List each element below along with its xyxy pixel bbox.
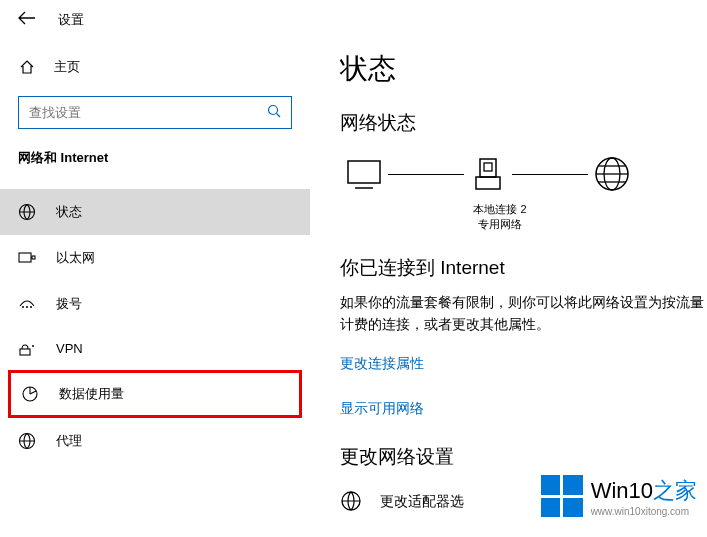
vpn-icon bbox=[18, 342, 36, 356]
nav-label: 以太网 bbox=[56, 249, 95, 267]
nav-label: 状态 bbox=[56, 203, 82, 221]
watermark-brand: Win10之家 bbox=[591, 476, 697, 506]
globe-icon bbox=[592, 154, 632, 194]
nav-list: 状态 以太网 拨号 VPN bbox=[0, 189, 310, 464]
home-link[interactable]: 主页 bbox=[0, 48, 310, 86]
back-button[interactable] bbox=[18, 11, 36, 29]
connection-line bbox=[512, 174, 588, 175]
network-status-title: 网络状态 bbox=[340, 110, 707, 136]
svg-point-10 bbox=[32, 345, 34, 347]
nav-item-vpn[interactable]: VPN bbox=[0, 327, 310, 370]
svg-rect-15 bbox=[480, 159, 496, 177]
search-input[interactable] bbox=[29, 105, 243, 120]
data-usage-icon bbox=[21, 385, 39, 403]
connection-name: 本地连接 2 bbox=[450, 202, 550, 217]
connected-text: 如果你的流量套餐有限制，则你可以将此网络设置为按流量计费的连接，或者更改其他属性… bbox=[340, 291, 707, 336]
svg-point-7 bbox=[26, 306, 28, 308]
svg-rect-13 bbox=[348, 161, 380, 183]
adapter-icon bbox=[340, 490, 362, 515]
home-label: 主页 bbox=[54, 58, 80, 76]
windows-logo-icon bbox=[541, 475, 583, 517]
adapter-label: 更改适配器选 bbox=[380, 493, 464, 511]
svg-line-1 bbox=[277, 114, 281, 118]
proxy-icon bbox=[18, 432, 36, 450]
search-icon bbox=[267, 104, 281, 121]
sidebar: 主页 网络和 Internet 状态 以太网 bbox=[0, 40, 310, 537]
connection-line bbox=[388, 174, 464, 175]
change-network-settings-title: 更改网络设置 bbox=[340, 444, 707, 470]
nav-item-dialup[interactable]: 拨号 bbox=[0, 281, 310, 327]
svg-rect-3 bbox=[19, 253, 31, 262]
svg-rect-17 bbox=[476, 177, 500, 189]
nav-item-data-usage[interactable]: 数据使用量 bbox=[11, 373, 299, 415]
svg-rect-9 bbox=[20, 349, 30, 355]
connection-type: 专用网络 bbox=[450, 217, 550, 232]
svg-point-8 bbox=[30, 306, 32, 308]
watermark: Win10之家 www.win10xitong.com bbox=[541, 475, 697, 517]
svg-point-0 bbox=[269, 106, 278, 115]
router-icon bbox=[468, 154, 508, 194]
home-icon bbox=[18, 59, 36, 75]
watermark-url: www.win10xitong.com bbox=[591, 506, 697, 517]
nav-item-proxy[interactable]: 代理 bbox=[0, 418, 310, 464]
ethernet-icon bbox=[18, 251, 36, 265]
highlight-box: 数据使用量 bbox=[8, 370, 302, 418]
computer-icon bbox=[344, 154, 384, 194]
nav-label: 拨号 bbox=[56, 295, 82, 313]
nav-label: 数据使用量 bbox=[59, 385, 124, 403]
dialup-icon bbox=[18, 298, 36, 310]
connected-heading: 你已连接到 Internet bbox=[340, 255, 707, 281]
nav-item-ethernet[interactable]: 以太网 bbox=[0, 235, 310, 281]
connection-caption: 本地连接 2 专用网络 bbox=[450, 202, 550, 233]
network-diagram bbox=[344, 154, 707, 194]
status-icon bbox=[18, 203, 36, 221]
nav-label: VPN bbox=[56, 341, 83, 356]
nav-item-status[interactable]: 状态 bbox=[0, 189, 310, 235]
svg-rect-4 bbox=[32, 256, 35, 259]
svg-rect-16 bbox=[484, 163, 492, 171]
change-connection-properties-link[interactable]: 更改连接属性 bbox=[340, 355, 424, 373]
nav-label: 代理 bbox=[56, 432, 82, 450]
category-heading: 网络和 Internet bbox=[0, 129, 310, 175]
svg-point-6 bbox=[22, 306, 24, 308]
main-content: 状态 网络状态 本地连接 2 专用网络 你已连接到 Internet 如果你的流… bbox=[310, 40, 707, 537]
show-available-networks-link[interactable]: 显示可用网络 bbox=[340, 400, 424, 418]
window-title: 设置 bbox=[58, 11, 84, 29]
page-title: 状态 bbox=[340, 50, 707, 88]
search-box[interactable] bbox=[18, 96, 292, 129]
